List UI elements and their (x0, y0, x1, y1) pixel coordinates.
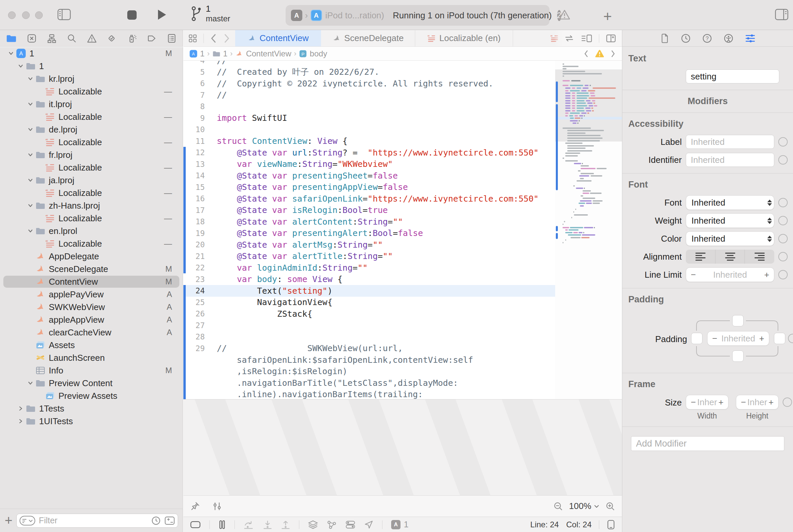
align-right-button[interactable] (745, 250, 774, 264)
disclosure-down-icon[interactable] (26, 152, 35, 158)
source-control-filter-icon[interactable] (164, 516, 175, 526)
debug-navigator-icon[interactable] (127, 33, 136, 43)
sidebar-item-applepayview[interactable]: applePayViewA (0, 288, 183, 301)
tab-scenedelegate[interactable]: SceneDelegate (321, 30, 415, 46)
sidebar-item-info[interactable]: InfoM (0, 364, 183, 377)
breadcrumb-1[interactable]: A1 (189, 49, 204, 58)
simulate-location-icon[interactable] (364, 520, 373, 529)
related-items-icon[interactable] (188, 34, 198, 43)
sidebar-item-kr-lproj[interactable]: kr.lproj (0, 72, 183, 85)
add-modifier-field[interactable]: Add Modifier (631, 436, 784, 451)
disclosure-down-icon[interactable] (26, 126, 35, 133)
history-inspector-icon[interactable] (681, 33, 691, 43)
text-value-field[interactable]: setting (686, 70, 779, 83)
add-file-button[interactable]: + (5, 513, 12, 528)
padding-top-checkbox[interactable] (732, 315, 743, 326)
sidebar-item-1[interactable]: A1M (0, 47, 183, 60)
activity-view[interactable]: A › A iPod to...ration) Running 1 on iPo… (285, 5, 550, 26)
step-out-icon[interactable] (281, 520, 290, 529)
padding-trailing-checkbox[interactable] (774, 333, 785, 344)
environment-overrides-icon[interactable] (345, 520, 355, 529)
sidebar-item-assets[interactable]: Assets (0, 339, 183, 352)
breadcrumb-contentview[interactable]: ContentView (235, 49, 291, 58)
accessibility-label-reset-circle[interactable] (778, 137, 788, 147)
disclosure-down-icon[interactable] (7, 50, 15, 57)
sidebar-item-preview-assets[interactable]: Preview Assets (0, 390, 183, 402)
filter-options-icon[interactable] (19, 516, 35, 526)
breadcrumb-body[interactable]: Pbody (299, 49, 327, 58)
device-icon[interactable] (607, 520, 615, 530)
sidebar-item-de-lproj[interactable]: de.lproj (0, 123, 183, 136)
sidebar-item-ja-lproj[interactable]: ja.lproj (0, 174, 183, 187)
disclosure-down-icon[interactable] (26, 202, 35, 209)
scheme-branch[interactable]: 1 master (190, 4, 230, 23)
disclosure-down-icon[interactable] (26, 101, 35, 108)
disclosure-down-icon[interactable] (26, 380, 35, 386)
breakpoints-navigator-icon[interactable] (147, 33, 156, 43)
accessibility-label-field[interactable]: Inherited (686, 135, 774, 149)
project-navigator-icon[interactable] (6, 34, 17, 43)
go-back-icon[interactable] (210, 33, 217, 43)
width-stepper[interactable]: −Inher+ (686, 395, 729, 410)
height-stepper[interactable]: −Inher+ (736, 395, 779, 410)
view-debugger-icon[interactable] (308, 520, 318, 529)
next-issue-icon[interactable] (610, 50, 616, 58)
align-left-button[interactable] (686, 250, 716, 264)
sidebar-item-1[interactable]: 1 (0, 60, 183, 72)
step-over-icon[interactable] (243, 520, 254, 529)
alignment-reset-circle[interactable] (778, 252, 788, 261)
step-into-icon[interactable] (263, 520, 272, 529)
sidebar-item-1tests[interactable]: 1Tests (0, 402, 183, 415)
padding-leading-checkbox[interactable] (691, 333, 702, 344)
process-picker[interactable]: A 1 (391, 520, 408, 529)
memory-graph-icon[interactable] (327, 520, 337, 529)
disclosure-down-icon[interactable] (26, 75, 35, 82)
line-limit-stepper[interactable]: −Inherited+ (686, 267, 774, 282)
swap-editor-icon[interactable] (564, 34, 574, 43)
run-button[interactable] (157, 9, 167, 20)
editor-options-icon[interactable] (581, 34, 592, 43)
toggle-right-sidebar-icon[interactable] (775, 9, 788, 21)
toggle-left-sidebar-icon[interactable] (57, 9, 71, 21)
help-inspector-icon[interactable]: ? (702, 33, 712, 43)
sidebar-item-localizable[interactable]: “Localizable— (0, 187, 183, 199)
disclosure-right-icon[interactable] (16, 405, 25, 412)
warning-issue-icon[interactable] (595, 49, 605, 58)
sidebar-item-en-lprol[interactable]: en.lprol (0, 225, 183, 237)
zoom-in-icon[interactable] (605, 501, 615, 511)
previous-issue-icon[interactable] (583, 50, 589, 58)
font-reset-circle[interactable] (778, 198, 788, 207)
attributes-inspector-icon[interactable] (745, 33, 756, 43)
find-navigator-icon[interactable] (67, 33, 77, 43)
warning-indicator-icon[interactable] (558, 10, 571, 20)
symbols-navigator-icon[interactable] (47, 33, 57, 43)
add-editor-icon[interactable] (606, 34, 616, 43)
preview-options-icon[interactable] (212, 501, 222, 511)
hide-debug-area-icon[interactable] (190, 520, 201, 529)
go-forward-icon[interactable] (223, 33, 230, 43)
sidebar-item-preview-content[interactable]: Preview Content (0, 377, 183, 390)
tab-contentview[interactable]: ContentView (235, 30, 321, 46)
sidebar-item-zh-hans-lproj[interactable]: zh-Hans.lproj (0, 199, 183, 212)
minimap[interactable] (555, 61, 622, 399)
zoom-out-icon[interactable] (553, 501, 563, 511)
breakpoints-toggle-icon[interactable] (219, 520, 226, 529)
sidebar-item-appdelegate[interactable]: AppDelegate (0, 250, 183, 263)
sidebar-item-contentview[interactable]: ContentViewM (0, 276, 183, 288)
stop-button[interactable] (127, 10, 137, 20)
recent-files-filter-icon[interactable] (151, 516, 161, 526)
weight-dropdown[interactable]: Inherited (686, 213, 774, 228)
sidebar-item-localizable[interactable]: “Localizable— (0, 136, 183, 149)
zoom-window-button[interactable] (35, 11, 43, 19)
sidebar-item-localizable[interactable]: “Localizable— (0, 111, 183, 123)
disclosure-down-icon[interactable] (16, 63, 25, 70)
issues-navigator-icon[interactable] (87, 33, 97, 43)
zoom-level-control[interactable]: 100% (569, 501, 600, 511)
add-tab-button[interactable]: + (603, 8, 612, 25)
sidebar-item-it-lproj[interactable]: it.lproj (0, 98, 183, 111)
padding-bottom-checkbox[interactable] (732, 350, 743, 362)
sidebar-item-launchscreen[interactable]: LaunchScreen (0, 352, 183, 364)
tab-localizable-en-[interactable]: “Localizable (en) (415, 30, 513, 46)
sidebar-item-localizable[interactable]: “Localizable— (0, 161, 183, 174)
line-limit-reset-circle[interactable] (778, 270, 788, 279)
